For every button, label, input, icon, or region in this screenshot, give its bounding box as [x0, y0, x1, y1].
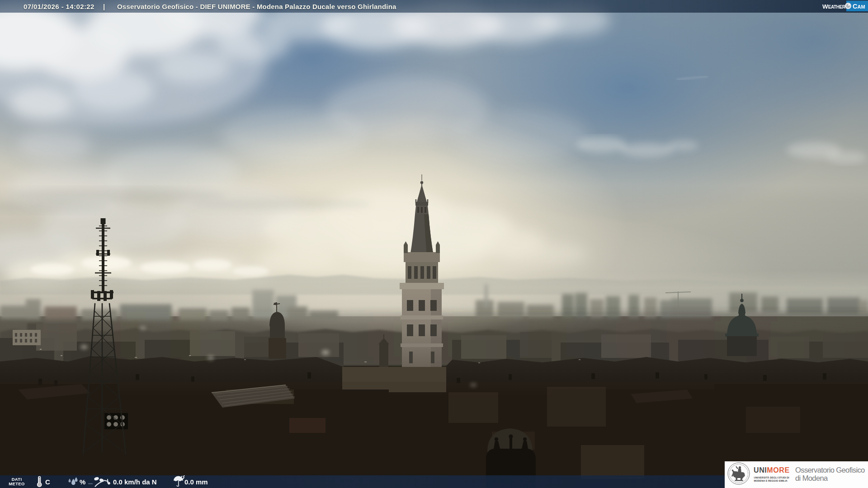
svg-text:WEATHER: WEATHER	[822, 3, 846, 10]
svg-text:0.0 mm: 0.0 mm	[184, 478, 208, 486]
svg-text:UNIVERSITÀ DEGLI STUDI DI: UNIVERSITÀ DEGLI STUDI DI	[754, 476, 789, 479]
svg-text:CAM: CAM	[853, 3, 865, 10]
svg-text:MODENA E REGGIO EMILIA: MODENA E REGGIO EMILIA	[754, 479, 788, 482]
svg-text:Osservatorio Geofisico: Osservatorio Geofisico	[795, 466, 865, 474]
svg-text:di Modena: di Modena	[795, 474, 828, 482]
svg-text:UNIMORE: UNIMORE	[754, 466, 790, 474]
svg-text:C: C	[45, 478, 50, 486]
svg-text:0.0 km/h da N: 0.0 km/h da N	[113, 478, 157, 486]
svg-text:%: %	[80, 478, 85, 486]
